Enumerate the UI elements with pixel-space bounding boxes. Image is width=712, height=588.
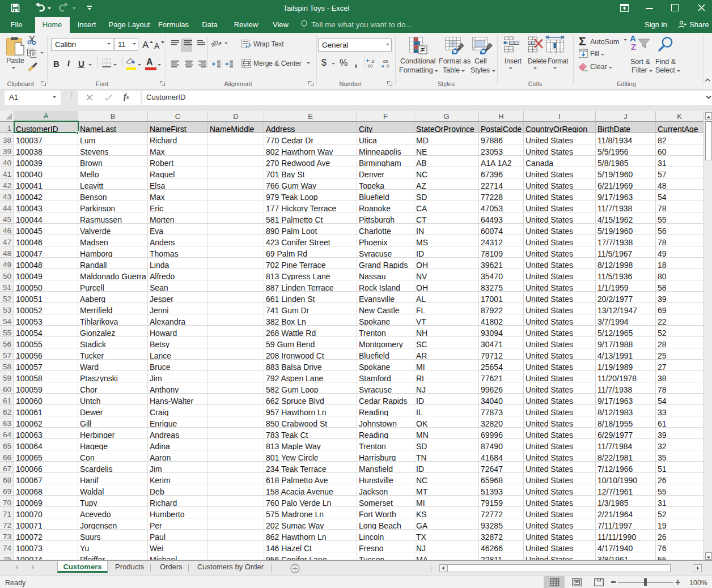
svg-text:.0: .0 (385, 63, 389, 69)
svg-text:ab: ab (211, 38, 220, 48)
svg-text:.00: .00 (367, 63, 372, 69)
